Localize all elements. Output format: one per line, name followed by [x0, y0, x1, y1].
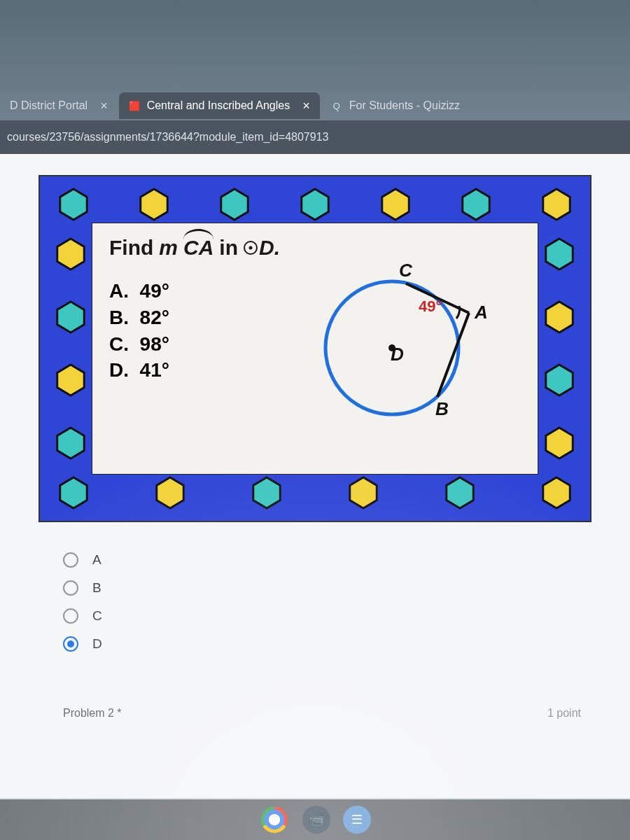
browser-chrome: D District Portal × 🟥 Central and Inscri… — [0, 0, 630, 154]
hex-col-left — [50, 223, 92, 475]
radio-icon[interactable] — [63, 552, 78, 568]
point-A-label: A — [474, 302, 488, 323]
hexagon-icon — [218, 188, 251, 221]
arc-CA-icon: CA — [183, 236, 214, 260]
svg-marker-5 — [463, 189, 489, 220]
radio-icon[interactable] — [63, 608, 78, 624]
hexagon-icon — [542, 363, 576, 397]
chrome-app-icon[interactable] — [259, 804, 290, 835]
problem-prompt: Find m CA in D. — [109, 236, 280, 260]
hexagon-icon — [250, 476, 284, 510]
point-D-label: D — [391, 344, 404, 365]
problem-image-frame: Find m CA in D. A. 49° B. 82° C. 98° D. … — [38, 175, 592, 522]
hexagon-icon — [57, 476, 90, 510]
svg-marker-18 — [546, 365, 573, 396]
hexagon-icon — [540, 476, 573, 510]
tab-district-portal[interactable]: D District Portal × — [0, 92, 118, 119]
circle-D-icon: D. — [244, 236, 280, 260]
choice-row: B. 82° — [109, 304, 280, 331]
svg-marker-6 — [543, 189, 570, 220]
camera-app-icon[interactable]: 📹 — [302, 806, 330, 834]
svg-marker-23 — [350, 477, 377, 508]
page-content: Find m CA in D. A. 49° B. 82° C. 98° D. … — [0, 154, 630, 798]
svg-marker-3 — [302, 189, 328, 220]
svg-marker-20 — [60, 477, 87, 508]
hexagon-icon — [57, 188, 90, 221]
hexagon-icon — [443, 476, 477, 510]
prompt-m: m — [159, 236, 178, 260]
choice-row: A. 49° — [109, 278, 280, 304]
url-bar[interactable]: courses/23756/assignments/1736644?module… — [0, 120, 630, 154]
angle-label: 49° — [419, 298, 442, 315]
radio-label: C — [92, 608, 102, 624]
radio-label: B — [92, 580, 102, 596]
next-problem-label: Problem 2 * — [63, 707, 122, 720]
hexagon-icon — [298, 188, 332, 221]
taskbar: 📹 ☰ — [0, 799, 630, 840]
canvas-favicon-icon: 🟥 — [129, 100, 140, 111]
hex-row-top — [50, 186, 580, 223]
answer-radios: A B C D — [21, 522, 609, 658]
quizizz-favicon-icon: Q — [331, 100, 342, 111]
question-footer: Problem 2 * 1 point — [21, 658, 609, 720]
problem-middle-row: Find m CA in D. A. 49° B. 82° C. 98° D. … — [50, 223, 580, 475]
choice-row: C. 98° — [109, 331, 280, 358]
problem-left: Find m CA in D. A. 49° B. 82° C. 98° D. … — [109, 236, 280, 460]
close-icon[interactable]: × — [100, 99, 108, 113]
radio-label: D — [92, 636, 102, 652]
circle-diagram: C A D B 49° — [308, 236, 524, 460]
hexagon-icon — [153, 476, 187, 510]
svg-marker-22 — [253, 477, 280, 508]
svg-marker-0 — [60, 189, 87, 220]
svg-marker-1 — [141, 189, 167, 220]
svg-marker-25 — [543, 477, 570, 508]
tab-label: Central and Inscribed Angles — [147, 99, 290, 112]
point-B-label: B — [435, 398, 449, 419]
tab-central-inscribed[interactable]: 🟥 Central and Inscribed Angles × — [119, 92, 320, 119]
hex-row-bottom — [50, 475, 580, 511]
svg-marker-17 — [546, 302, 573, 332]
app-icon[interactable]: ☰ — [343, 806, 371, 834]
choice-row: D. 41° — [109, 357, 280, 384]
problem-card: Find m CA in D. A. 49° B. 82° C. 98° D. … — [92, 223, 538, 475]
svg-marker-10 — [57, 428, 84, 458]
radio-icon[interactable] — [63, 636, 78, 652]
svg-marker-24 — [447, 477, 473, 508]
svg-marker-4 — [382, 189, 409, 220]
radio-option-C[interactable]: C — [63, 602, 609, 630]
hexagon-icon — [542, 300, 576, 334]
radio-option-A[interactable]: A — [63, 546, 609, 574]
tab-label: For Students - Quizizz — [349, 99, 460, 112]
hexagon-icon — [54, 300, 88, 334]
radio-label: A — [92, 552, 102, 568]
svg-marker-16 — [546, 239, 573, 270]
url-text: courses/23756/assignments/1736644?module… — [4, 131, 328, 144]
hexagon-icon — [54, 237, 88, 271]
svg-marker-7 — [57, 239, 84, 270]
close-icon[interactable]: × — [302, 99, 310, 113]
svg-marker-21 — [157, 477, 183, 508]
hex-col-right — [538, 223, 580, 475]
svg-marker-8 — [57, 302, 84, 332]
radio-icon[interactable] — [63, 580, 78, 596]
radio-option-D[interactable]: D — [63, 630, 609, 658]
hexagon-icon — [137, 188, 171, 221]
point-C-label: C — [399, 260, 413, 281]
hexagon-icon — [540, 188, 573, 221]
svg-marker-2 — [221, 189, 248, 220]
hexagon-icon — [542, 426, 576, 460]
tab-label: D District Portal — [10, 99, 88, 112]
hexagon-icon — [346, 476, 380, 510]
svg-marker-19 — [546, 428, 573, 458]
tab-quizizz[interactable]: Q For Students - Quizizz — [321, 92, 470, 119]
hexagon-icon — [459, 188, 493, 221]
hexagon-icon — [379, 188, 412, 221]
hexagon-icon — [54, 426, 88, 460]
prompt-text: Find — [109, 236, 153, 260]
svg-line-15 — [392, 284, 406, 348]
radio-option-B[interactable]: B — [63, 574, 609, 602]
tab-strip: D District Portal × 🟥 Central and Inscri… — [0, 91, 630, 120]
hexagon-icon — [542, 237, 576, 271]
svg-marker-9 — [57, 365, 84, 396]
choices-list: A. 49° B. 82° C. 98° D. 41° — [109, 278, 280, 384]
